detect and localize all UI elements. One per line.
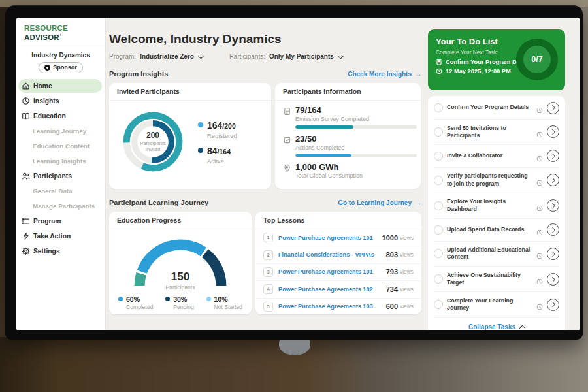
task-row[interactable]: Confirm Your Program Details — [434, 97, 559, 120]
task-open-button[interactable] — [547, 174, 559, 186]
lesson-views-label: views — [400, 286, 414, 293]
lesson-link[interactable]: Power Purchase Agreements 103 — [278, 303, 386, 310]
sidebar-item-home[interactable]: Home — [18, 79, 102, 93]
task-timer-icon — [536, 177, 543, 184]
task-open-button[interactable] — [547, 102, 559, 114]
lesson-views: 1000 — [382, 234, 398, 242]
legend-label: Not Started — [214, 304, 242, 310]
lesson-link[interactable]: Power Purchase Agreements 102 — [278, 286, 386, 293]
legend-item-pending: 30% Pending — [165, 295, 194, 310]
sponsor-badge: Sponsor — [39, 62, 83, 73]
gauge-center-label: Participants — [121, 284, 240, 291]
task-row[interactable]: Upload Additional Educational Content — [434, 242, 559, 267]
lesson-views: 793 — [386, 268, 398, 276]
legend-dot — [198, 122, 203, 127]
people-icon — [22, 172, 30, 180]
gauge-segment — [142, 245, 203, 272]
sidebar-item-settings[interactable]: Settings — [18, 244, 102, 258]
sidebar-item-learning-insights[interactable]: Learning Insights — [18, 154, 102, 168]
task-row[interactable]: Send 50 Invitations to Participants — [434, 120, 559, 145]
participants-select[interactable]: Participants: Only My Participants — [229, 53, 343, 60]
legend-item-not-started: 10% Not Started — [206, 295, 242, 310]
task-open-button[interactable] — [547, 299, 559, 311]
invited-participants-card: Invited Participants 200 — [109, 83, 271, 189]
lesson-row: 5 Power Purchase Agreements 103 600 view… — [255, 299, 421, 314]
legend-item-registered: 164/200 Registered — [198, 120, 237, 139]
stat-value: 1,000 GWh — [295, 162, 413, 172]
todo-datetime-label: 12 May 2025, 12:00 PM — [446, 68, 511, 74]
donut-legend: 164/200 Registered 84/164 Active — [198, 114, 237, 171]
task-label: Explore Your Insights Dashboard — [447, 198, 532, 213]
task-checkbox[interactable] — [434, 274, 443, 284]
education-progress-gauge: 150 Participants — [121, 233, 240, 291]
task-checkbox[interactable] — [434, 127, 443, 137]
check-more-insights-link[interactable]: Check More Insights → — [348, 71, 421, 78]
todo-progress-ring: 0/7 — [516, 39, 558, 80]
task-checkbox[interactable] — [434, 176, 443, 185]
task-row[interactable]: Verify participants requesting to join t… — [434, 168, 559, 193]
legend-value: 164 — [207, 120, 222, 131]
location-pin-icon — [283, 163, 291, 172]
arrow-right-icon: → — [415, 71, 421, 78]
stat-value: 23/50 — [295, 134, 417, 144]
program-select[interactable]: Program: Industrialize Zero — [109, 53, 203, 60]
link-label: Check More Insights — [348, 71, 412, 78]
stat-emission-survey: 79/164 Emission Survey Completed — [283, 105, 413, 129]
sidebar-item-program[interactable]: Program — [18, 214, 102, 228]
task-open-button[interactable] — [547, 248, 559, 260]
sidebar-item-education[interactable]: Education — [18, 109, 102, 123]
task-label: Confirm Your Program Details — [447, 104, 532, 111]
lesson-link[interactable]: Financial Considerations - VPPAs — [278, 252, 386, 258]
stat-value: 79/164 — [295, 105, 417, 115]
section-title-learning-journey: Participant Learning Journey — [109, 199, 208, 206]
task-checkbox[interactable] — [434, 201, 443, 210]
task-label: Achieve One Sustainability Target — [447, 272, 532, 287]
task-open-button[interactable] — [547, 223, 559, 236]
sidebar-item-insights[interactable]: Insights — [18, 94, 102, 108]
lesson-link[interactable]: Power Purchase Agreements 101 — [278, 269, 386, 275]
task-label: Upload Spend Data Records — [447, 226, 532, 233]
sidebar-item-general-data[interactable]: General Data — [18, 184, 102, 198]
survey-icon — [283, 106, 291, 115]
task-open-button[interactable] — [547, 273, 559, 286]
sidebar-item-participants[interactable]: Participants — [18, 169, 102, 183]
sidebar-item-education-content[interactable]: Education Content — [18, 139, 102, 153]
task-timer-icon — [536, 250, 543, 257]
sidebar-item-learning-journey[interactable]: Learning Journey — [18, 124, 102, 138]
task-open-button[interactable] — [547, 125, 559, 138]
task-checkbox[interactable] — [434, 225, 443, 235]
brand-plus: + — [59, 32, 63, 38]
program-label: Program: — [109, 53, 136, 60]
task-checkbox[interactable] — [434, 249, 443, 258]
card-title: Invited Participants — [109, 83, 271, 101]
legend-dot — [198, 148, 203, 153]
lesson-rank: 5 — [263, 302, 273, 312]
go-to-learning-journey-link[interactable]: Go to Learning Journey → — [338, 199, 421, 206]
sidebar-item-manage-participants[interactable]: Manage Participants — [18, 199, 102, 213]
task-row[interactable]: Achieve One Sustainability Target — [434, 267, 559, 292]
task-open-button[interactable] — [547, 199, 559, 212]
task-label: Invite a Collaborator — [447, 152, 532, 159]
gauge-legend: 60% Completed 30% Pending — [116, 291, 245, 310]
sidebar-item-label: Education — [33, 112, 66, 120]
task-row[interactable]: Explore Your Insights Dashboard — [434, 193, 559, 219]
task-open-button[interactable] — [547, 150, 559, 162]
task-label: Complete Your Learning Journey — [447, 297, 532, 312]
participants-value: Only My Participants — [269, 53, 334, 60]
task-row[interactable]: Upload Spend Data Records — [434, 219, 559, 242]
task-row[interactable]: Complete Your Learning Journey — [434, 292, 559, 318]
lesson-link[interactable]: Power Purchase Agreements 101 — [278, 235, 382, 241]
sidebar-item-take-action[interactable]: Take Action — [18, 229, 102, 243]
lesson-views-label: views — [400, 269, 414, 275]
task-row[interactable]: Invite a Collaborator — [434, 145, 559, 168]
stat-actions-completed: 23/50 Actions Completed — [283, 134, 413, 157]
card-title: Education Progress — [109, 212, 252, 229]
education-progress-card: Education Progress 150 Parti — [109, 212, 252, 314]
task-checkbox[interactable] — [434, 152, 443, 161]
collapse-tasks-link[interactable]: Collapse Tasks — [434, 318, 559, 330]
chevron-down-icon — [197, 52, 204, 59]
task-checkbox[interactable] — [434, 103, 443, 112]
monitor-bezel: RESOURCE ADVISOR+ Industry Dynamics Spon… — [5, 5, 583, 340]
task-checkbox[interactable] — [434, 300, 443, 309]
sidebar-item-label: Education Content — [33, 142, 90, 150]
